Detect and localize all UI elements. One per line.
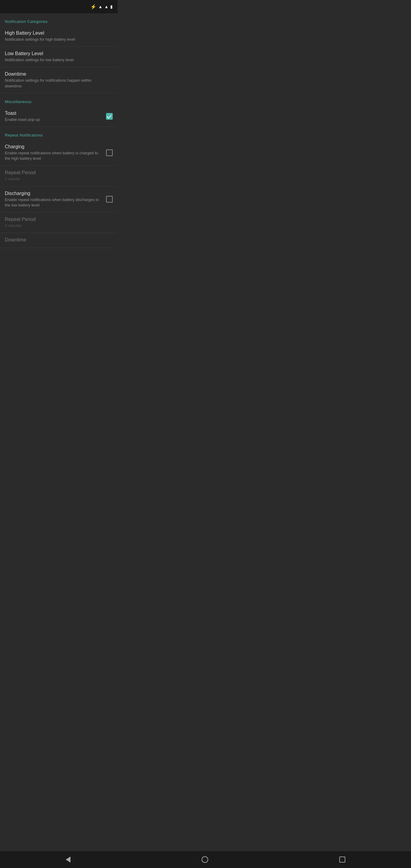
list-item-text-low-battery-level: Low Battery LevelNotification settings f… (5, 51, 113, 63)
list-item-text-downtime: DowntimeNotification settings for notifi… (5, 71, 113, 89)
list-item-low-battery-level[interactable]: Low Battery LevelNotification settings f… (0, 47, 118, 67)
list-item-repeat-period-discharging: Repeat Period5 minutes (0, 213, 118, 233)
list-item-title-high-battery-level: High Battery Level (5, 30, 109, 36)
list-item-text-discharging: DischargingEnable repeat notifications w… (5, 191, 106, 208)
list-item-downtime-repeat: Downtime (0, 233, 118, 248)
wifi-icon: ▲ (98, 4, 102, 9)
list-item-subtitle-charging: Enable repeat notifications when battery… (5, 150, 102, 161)
list-item-subtitle-toast: Enable toast pop-up (5, 117, 102, 122)
section-header-notification-categories: Notification Categories (0, 13, 118, 26)
list-item-text-charging: ChargingEnable repeat notifications when… (5, 144, 106, 161)
list-item-text-toast: ToastEnable toast pop-up (5, 111, 106, 122)
list-item-text-repeat-period-charging: Repeat Period1 minute (5, 170, 113, 182)
list-item-downtime[interactable]: DowntimeNotification settings for notifi… (0, 67, 118, 93)
content: Notification CategoriesHigh Battery Leve… (0, 13, 118, 266)
list-item-subtitle-repeat-period-discharging: 5 minutes (5, 223, 109, 228)
list-item-discharging[interactable]: DischargingEnable repeat notifications w… (0, 187, 118, 213)
list-item-text-repeat-period-discharging: Repeat Period5 minutes (5, 217, 113, 228)
bolt-icon: ⚡ (90, 4, 96, 10)
battery-icon: ▮ (110, 4, 113, 9)
list-item-title-repeat-period-discharging: Repeat Period (5, 217, 109, 222)
section-header-miscellaneous: Miscellaneous (0, 93, 118, 106)
list-item-text-downtime-repeat: Downtime (5, 237, 113, 244)
list-item-title-downtime-repeat: Downtime (5, 237, 109, 243)
section-header-repeat-notifications: Repeat Notifications (0, 127, 118, 140)
checkbox-discharging[interactable] (106, 196, 113, 203)
list-item-title-charging: Charging (5, 144, 102, 150)
list-item-text-high-battery-level: High Battery LevelNotification settings … (5, 30, 113, 42)
list-item-charging[interactable]: ChargingEnable repeat notifications when… (0, 140, 118, 166)
checkbox-charging[interactable] (106, 150, 113, 156)
list-item-toast[interactable]: ToastEnable toast pop-up (0, 106, 118, 127)
list-item-title-downtime: Downtime (5, 71, 109, 77)
checkbox-toast[interactable] (106, 113, 113, 120)
list-item-subtitle-high-battery-level: Notification settings for high battery l… (5, 37, 109, 42)
list-item-subtitle-repeat-period-charging: 1 minute (5, 176, 109, 182)
list-item-title-discharging: Discharging (5, 191, 102, 196)
list-item-subtitle-discharging: Enable repeat notifications when battery… (5, 197, 102, 208)
list-item-high-battery-level[interactable]: High Battery LevelNotification settings … (0, 26, 118, 47)
list-item-title-toast: Toast (5, 111, 102, 116)
signal-icon: ▲ (104, 4, 108, 9)
list-item-subtitle-low-battery-level: Notification settings for low battery le… (5, 57, 109, 63)
list-item-repeat-period-charging: Repeat Period1 minute (0, 166, 118, 186)
list-item-title-repeat-period-charging: Repeat Period (5, 170, 109, 176)
status-bar: ⚡ ▲ ▲ ▮ (0, 0, 118, 13)
list-item-subtitle-downtime: Notification settings for notifications … (5, 78, 109, 89)
list-item-title-low-battery-level: Low Battery Level (5, 51, 109, 56)
back-button[interactable] (60, 854, 76, 866)
nav-bar (0, 851, 118, 868)
